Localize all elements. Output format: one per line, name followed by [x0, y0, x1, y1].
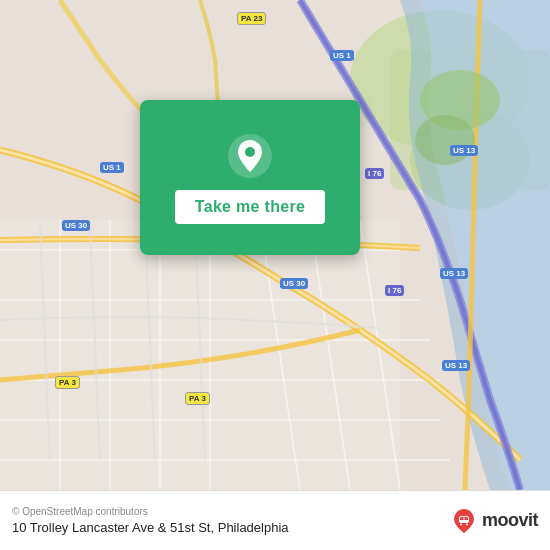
card-overlay: Take me there: [140, 100, 360, 255]
badge-us30-center: US 30: [280, 278, 308, 289]
badge-pa23: PA 23: [237, 12, 266, 25]
badge-us13-top: US 13: [450, 145, 478, 156]
moovit-logo: moovit: [450, 507, 538, 535]
badge-pa3-left: PA 3: [55, 376, 80, 389]
badge-i76-lower: I 76: [385, 285, 404, 296]
badge-i76-right: I 76: [365, 168, 384, 179]
address-text: 10 Trolley Lancaster Ave & 51st St, Phil…: [12, 520, 289, 535]
take-me-there-button[interactable]: Take me there: [175, 190, 325, 224]
moovit-icon: [450, 507, 478, 535]
svg-rect-23: [460, 517, 464, 520]
bottom-info: © OpenStreetMap contributors 10 Trolley …: [12, 506, 289, 535]
copyright-text: © OpenStreetMap contributors: [12, 506, 289, 517]
svg-point-19: [415, 115, 475, 165]
badge-pa3-center: PA 3: [185, 392, 210, 405]
badge-us1-mid: US 1: [100, 162, 124, 173]
badge-us1-top: US 1: [330, 50, 354, 61]
badge-us13-lower: US 13: [442, 360, 470, 371]
badge-us13-mid: US 13: [440, 268, 468, 279]
map-container: PA 23 US 1 US 1 US 1 US 30 US 30 I 76 I …: [0, 0, 550, 490]
moovit-label: moovit: [482, 510, 538, 531]
location-pin-icon: [226, 132, 274, 180]
svg-rect-24: [464, 517, 468, 520]
svg-point-25: [460, 523, 462, 525]
svg-point-26: [466, 523, 468, 525]
badge-us30-left: US 30: [62, 220, 90, 231]
svg-point-21: [245, 147, 255, 157]
bottom-bar: © OpenStreetMap contributors 10 Trolley …: [0, 490, 550, 550]
